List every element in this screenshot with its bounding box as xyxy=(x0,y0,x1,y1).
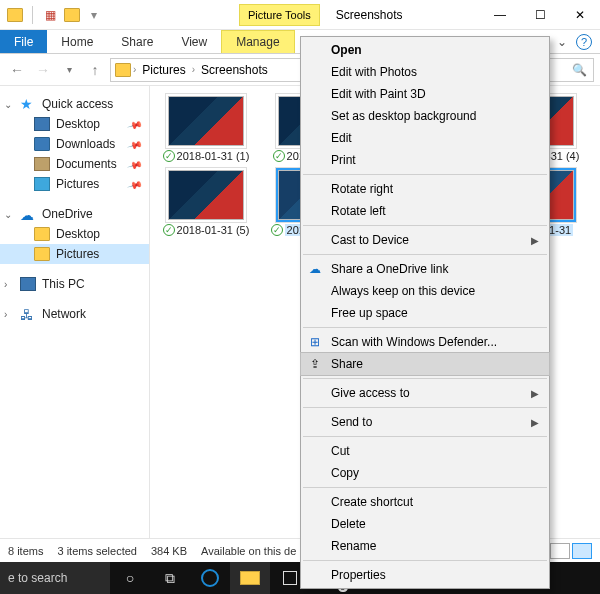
pin-icon: 📌 xyxy=(127,176,143,192)
menu-give-access[interactable]: Give access to▶ xyxy=(301,382,549,404)
status-selected: 3 items selected xyxy=(57,545,136,557)
pin-icon: 📌 xyxy=(127,136,143,152)
back-button[interactable]: ← xyxy=(6,59,28,81)
menu-defender[interactable]: ⊞Scan with Windows Defender... xyxy=(301,331,549,353)
menu-edit-paint3d[interactable]: Edit with Paint 3D xyxy=(301,83,549,105)
menu-cut[interactable]: Cut xyxy=(301,440,549,462)
file-item[interactable]: ✓2018-01-31 (1) xyxy=(158,96,254,162)
minimize-button[interactable]: — xyxy=(480,0,520,30)
breadcrumb-seg[interactable]: Pictures xyxy=(138,63,189,77)
menu-edit[interactable]: Edit xyxy=(301,127,549,149)
view-thumbnails-button[interactable] xyxy=(572,543,592,559)
nav-pane: ⌄★Quick access Desktop📌 Downloads📌 Docum… xyxy=(0,86,150,538)
nav-desktop[interactable]: Desktop📌 xyxy=(0,114,149,134)
nav-label: Pictures xyxy=(56,177,99,191)
tab-home[interactable]: Home xyxy=(47,30,107,53)
menu-copy[interactable]: Copy xyxy=(301,462,549,484)
sync-check-icon: ✓ xyxy=(163,150,175,162)
file-name: 2018-01-31 (1) xyxy=(177,150,250,162)
sync-check-icon: ✓ xyxy=(273,150,285,162)
menu-rename[interactable]: Rename xyxy=(301,535,549,557)
nav-label: This PC xyxy=(42,277,85,291)
nav-label: Desktop xyxy=(56,117,100,131)
nav-od-pictures[interactable]: Pictures xyxy=(0,244,149,264)
menu-print[interactable]: Print xyxy=(301,149,549,171)
ribbon-expand-icon[interactable]: ⌄ xyxy=(548,30,576,53)
maximize-button[interactable]: ☐ xyxy=(520,0,560,30)
chevron-right-icon: ▶ xyxy=(531,417,539,428)
recent-button[interactable]: ▾ xyxy=(58,59,80,81)
edge-icon[interactable] xyxy=(190,562,230,594)
menu-share[interactable]: ⇪Share xyxy=(301,353,549,375)
menu-create-shortcut[interactable]: Create shortcut xyxy=(301,491,549,513)
menu-share-onedrive[interactable]: ☁Share a OneDrive link xyxy=(301,258,549,280)
nav-documents[interactable]: Documents📌 xyxy=(0,154,149,174)
pin-icon: 📌 xyxy=(127,116,143,132)
nav-label: Documents xyxy=(56,157,117,171)
file-name: 2018-01-31 (5) xyxy=(177,224,250,236)
chevron-right-icon: ▶ xyxy=(531,235,539,246)
share-icon: ⇪ xyxy=(307,357,323,371)
nav-label: OneDrive xyxy=(42,207,93,221)
status-availability: Available on this de xyxy=(201,545,296,557)
tab-manage[interactable]: Manage xyxy=(221,30,294,53)
nav-label: Desktop xyxy=(56,227,100,241)
taskbar-search[interactable]: e to search xyxy=(0,562,110,594)
nav-this-pc[interactable]: ›This PC xyxy=(0,274,149,294)
file-thumbnail xyxy=(168,170,244,220)
menu-properties[interactable]: Properties xyxy=(301,564,549,586)
menu-keep-device[interactable]: Always keep on this device xyxy=(301,280,549,302)
up-button[interactable]: ↑ xyxy=(84,59,106,81)
nav-downloads[interactable]: Downloads📌 xyxy=(0,134,149,154)
cortana-icon[interactable]: ○ xyxy=(110,562,150,594)
taskbar-search-text: e to search xyxy=(8,571,67,585)
folder-icon xyxy=(115,63,131,77)
file-explorer-icon[interactable] xyxy=(230,562,270,594)
nav-onedrive[interactable]: ⌄☁OneDrive xyxy=(0,204,149,224)
chevron-right-icon: ▶ xyxy=(531,388,539,399)
context-menu: Open Edit with Photos Edit with Paint 3D… xyxy=(300,36,550,589)
menu-open[interactable]: Open xyxy=(301,39,549,61)
file-item[interactable]: ✓2018-01-31 (5) xyxy=(158,170,254,236)
menu-set-background[interactable]: Set as desktop background xyxy=(301,105,549,127)
close-button[interactable]: ✕ xyxy=(560,0,600,30)
contextual-tab-label: Picture Tools xyxy=(239,4,320,26)
titlebar: ▦ ▾ Picture Tools Screenshots — ☐ ✕ xyxy=(0,0,600,30)
menu-free-space[interactable]: Free up space xyxy=(301,302,549,324)
tab-view[interactable]: View xyxy=(167,30,221,53)
breadcrumb-seg[interactable]: Screenshots xyxy=(197,63,272,77)
sync-check-icon: ✓ xyxy=(163,224,175,236)
search-icon: 🔍 xyxy=(572,63,587,77)
view-details-button[interactable] xyxy=(550,543,570,559)
nav-label: Pictures xyxy=(56,247,99,261)
quick-props-icon[interactable]: ▦ xyxy=(41,6,59,24)
status-count: 8 items xyxy=(8,545,43,557)
sync-check-icon: ✓ xyxy=(271,224,283,236)
tab-file[interactable]: File xyxy=(0,30,47,53)
nav-network[interactable]: ›🖧Network xyxy=(0,304,149,324)
task-view-icon[interactable]: ⧉ xyxy=(150,562,190,594)
quick-undo-icon[interactable]: ▾ xyxy=(85,6,103,24)
nav-od-desktop[interactable]: Desktop xyxy=(0,224,149,244)
tab-share[interactable]: Share xyxy=(107,30,167,53)
menu-rotate-left[interactable]: Rotate left xyxy=(301,200,549,222)
pin-icon: 📌 xyxy=(127,156,143,172)
forward-button[interactable]: → xyxy=(32,59,54,81)
nav-quick-access[interactable]: ⌄★Quick access xyxy=(0,94,149,114)
shield-icon: ⊞ xyxy=(307,335,323,349)
nav-label: Network xyxy=(42,307,86,321)
menu-send-to[interactable]: Send to▶ xyxy=(301,411,549,433)
help-icon[interactable]: ? xyxy=(576,34,592,50)
menu-rotate-right[interactable]: Rotate right xyxy=(301,178,549,200)
app-icon xyxy=(6,6,24,24)
menu-cast[interactable]: Cast to Device▶ xyxy=(301,229,549,251)
file-thumbnail xyxy=(168,96,244,146)
cloud-icon: ☁ xyxy=(307,262,323,276)
menu-edit-photos[interactable]: Edit with Photos xyxy=(301,61,549,83)
menu-delete[interactable]: Delete xyxy=(301,513,549,535)
nav-pictures[interactable]: Pictures📌 xyxy=(0,174,149,194)
nav-label: Downloads xyxy=(56,137,115,151)
window-title: Screenshots xyxy=(336,8,403,22)
quick-new-icon[interactable] xyxy=(63,6,81,24)
status-size: 384 KB xyxy=(151,545,187,557)
